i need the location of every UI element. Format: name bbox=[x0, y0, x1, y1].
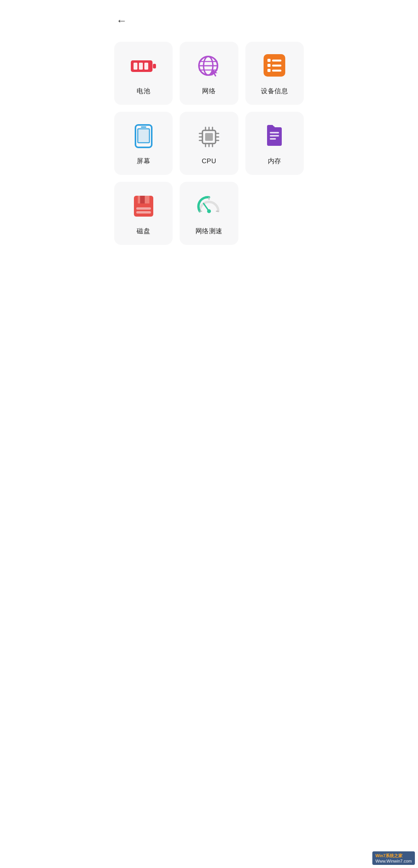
grid-item-disk[interactable]: 磁盘 bbox=[114, 182, 173, 245]
svg-rect-17 bbox=[272, 70, 281, 72]
grid-item-network-speed[interactable]: 网络测速 bbox=[180, 182, 238, 245]
device-info-label: 设备信息 bbox=[261, 87, 288, 96]
svg-point-47 bbox=[207, 209, 211, 213]
svg-rect-12 bbox=[267, 59, 271, 62]
svg-rect-1 bbox=[134, 63, 137, 70]
svg-rect-38 bbox=[270, 135, 279, 137]
svg-rect-19 bbox=[138, 129, 149, 143]
svg-rect-2 bbox=[139, 63, 143, 70]
grid-item-device-info[interactable]: 设备信息 bbox=[245, 42, 304, 105]
back-button[interactable]: ← bbox=[116, 15, 127, 26]
memory-label: 内存 bbox=[268, 157, 281, 166]
svg-rect-39 bbox=[270, 138, 276, 140]
grid-item-screen[interactable]: 屏幕 bbox=[114, 112, 173, 175]
svg-rect-43 bbox=[140, 196, 145, 203]
grid-item-memory[interactable]: 内存 bbox=[245, 112, 304, 175]
network-speed-icon bbox=[195, 193, 223, 220]
svg-rect-3 bbox=[144, 63, 148, 70]
grid-item-cpu[interactable]: CPU bbox=[180, 112, 238, 175]
svg-rect-37 bbox=[270, 132, 279, 133]
battery-icon bbox=[130, 53, 157, 80]
device-info-icon bbox=[261, 53, 288, 80]
grid-item-network[interactable]: 网络 bbox=[180, 42, 238, 105]
svg-rect-14 bbox=[267, 64, 271, 67]
svg-rect-44 bbox=[136, 207, 151, 210]
cpu-icon bbox=[195, 123, 223, 150]
header: ← bbox=[104, 0, 314, 34]
network-speed-label: 网络测速 bbox=[195, 227, 223, 236]
memory-icon bbox=[261, 123, 288, 150]
cpu-label: CPU bbox=[202, 157, 216, 165]
svg-rect-4 bbox=[153, 64, 156, 68]
svg-rect-45 bbox=[136, 211, 151, 214]
network-label: 网络 bbox=[202, 87, 216, 96]
grid-item-battery[interactable]: 电池 bbox=[114, 42, 173, 105]
svg-rect-22 bbox=[141, 126, 146, 128]
disk-label: 磁盘 bbox=[137, 227, 150, 236]
svg-rect-13 bbox=[272, 60, 281, 62]
network-icon bbox=[195, 53, 223, 80]
svg-rect-16 bbox=[267, 69, 271, 72]
disk-icon bbox=[130, 193, 157, 220]
svg-rect-15 bbox=[272, 65, 281, 67]
svg-rect-24 bbox=[205, 133, 213, 141]
screen-icon bbox=[130, 123, 157, 150]
screen-label: 屏幕 bbox=[137, 157, 150, 166]
main-grid: 电池 网络 bbox=[104, 34, 314, 260]
battery-label: 电池 bbox=[137, 87, 150, 96]
